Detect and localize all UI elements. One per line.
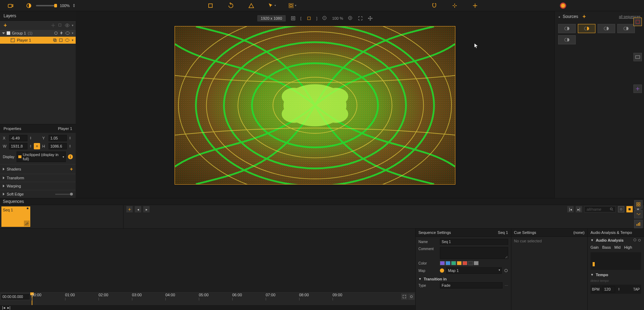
color-swatch[interactable] [440, 261, 445, 265]
source-thumb-2[interactable] [578, 24, 595, 33]
timeline-ruler[interactable]: 00:0001:0002:0003:0004:0005:0006:0007:00… [32, 293, 401, 305]
transition-section[interactable]: ▼Transition in [418, 276, 508, 282]
section-shaders[interactable]: Shaders + [0, 164, 76, 174]
color-swatch[interactable] [474, 261, 479, 265]
loop-icon[interactable] [54, 31, 58, 35]
eye-icon[interactable] [65, 38, 70, 42]
input-w[interactable] [9, 143, 27, 149]
skip-start-button[interactable]: |◂ [567, 206, 574, 212]
audio-toggle-icon[interactable] [633, 238, 636, 241]
prev-cue-button[interactable]: ◂ [135, 206, 141, 212]
map-settings-icon[interactable] [504, 268, 508, 273]
next-cue-button[interactable]: ▸ [143, 206, 150, 212]
duplicate-icon[interactable] [58, 23, 63, 28]
goto-end-button[interactable]: ▸| [7, 305, 11, 310]
zoom-fit-button[interactable] [401, 293, 408, 300]
cue-search[interactable]: all/name [584, 206, 616, 212]
opacity-slider[interactable] [36, 5, 57, 6]
layer-group-row[interactable]: Group 1 (1) ▾ [0, 30, 76, 37]
side-wave-icon[interactable] [634, 210, 643, 218]
seq-name-input[interactable] [440, 239, 508, 245]
info-icon[interactable]: i [68, 154, 73, 159]
fullscreen-icon[interactable] [358, 16, 363, 21]
pointer-icon[interactable]: ▾ [267, 1, 276, 10]
source-thumb-3[interactable] [598, 24, 615, 33]
seq-comment-input[interactable] [440, 247, 508, 259]
source-thumb-4[interactable] [617, 24, 635, 33]
display-select[interactable]: Unclipped (display in full) ▾ [17, 151, 66, 162]
duplicate-icon[interactable] [53, 38, 57, 42]
contrast-icon[interactable] [25, 1, 33, 10]
color-swatch[interactable] [457, 261, 462, 265]
input-x[interactable] [9, 135, 27, 141]
rec-a-button[interactable] [618, 206, 624, 212]
svg-point-33 [324, 88, 348, 105]
canvas-area: 1920 x 1080 [ ] 100 % [76, 11, 554, 198]
center-icon[interactable] [307, 16, 311, 21]
skip-end-button[interactable]: ▸| [576, 206, 582, 212]
section-transform[interactable]: Transform [0, 174, 76, 182]
sequence-tab-1[interactable]: Seq 1 [1, 206, 30, 227]
eye-icon[interactable] [65, 31, 70, 35]
map-indicator-icon [440, 268, 444, 273]
input-y[interactable] [49, 135, 67, 141]
edit-sequence-button[interactable] [24, 221, 30, 226]
source-thumb-5[interactable] [558, 35, 576, 44]
side-fx-icon[interactable] [633, 85, 642, 93]
detect-tempo[interactable]: detect tempo [588, 278, 644, 283]
color-swatch[interactable] [462, 261, 467, 265]
color-swatch[interactable] [446, 261, 450, 265]
magnet-icon[interactable] [430, 1, 438, 10]
lightning-icon[interactable] [60, 31, 63, 35]
add-shader-button[interactable]: + [70, 166, 73, 172]
time-display[interactable]: 00:00:00.000 [1, 293, 30, 300]
add-icon[interactable] [471, 1, 479, 10]
visibility-icon[interactable] [65, 23, 70, 28]
palette-icon[interactable] [559, 1, 567, 10]
triangle-icon[interactable] [247, 1, 255, 10]
add-seq-button[interactable]: + [126, 206, 133, 212]
snap-icon[interactable] [450, 1, 459, 10]
tap-button[interactable]: TAP [633, 287, 640, 291]
softedge-slider[interactable] [55, 194, 73, 195]
input-h[interactable] [49, 143, 67, 149]
band-label: Mid [614, 245, 621, 249]
side-output-icon[interactable] [633, 18, 642, 26]
side-bars-icon[interactable] [634, 220, 643, 228]
add-source-button[interactable]: + [581, 13, 587, 20]
layer-player-row[interactable]: Player 1 ▾ [0, 37, 76, 44]
fit-icon[interactable] [291, 16, 296, 21]
collapse-icon[interactable]: ◂ [558, 15, 560, 19]
rotate-icon[interactable] [227, 1, 235, 10]
color-swatch[interactable] [468, 261, 473, 265]
square-icon[interactable] [59, 38, 63, 42]
zoom-in-icon[interactable] [348, 16, 353, 21]
side-grid-icon[interactable] [634, 200, 643, 209]
bounding-icon[interactable]: ▾ [288, 1, 296, 10]
goto-start-button[interactable]: |◂ [2, 305, 5, 310]
section-warping[interactable]: Warping [0, 182, 76, 190]
add-layer-button[interactable]: + [2, 22, 8, 29]
source-thumb-1[interactable] [558, 24, 576, 33]
link-wh-button[interactable] [34, 143, 40, 149]
transition-type-select[interactable]: Fade [440, 282, 503, 289]
bpm-input[interactable] [602, 286, 615, 292]
settings-button[interactable] [408, 293, 415, 300]
collapse-icon[interactable] [51, 23, 56, 28]
preview-viewport[interactable] [175, 26, 455, 185]
expand-icon[interactable] [2, 32, 5, 34]
move-icon[interactable] [368, 16, 373, 21]
side-monitor-icon[interactable] [633, 53, 642, 61]
zoom-out-icon[interactable] [322, 16, 327, 21]
camera-icon[interactable] [6, 1, 15, 10]
crop-icon[interactable] [206, 1, 215, 10]
cue-empty-text: No cue selected [514, 239, 542, 243]
map-select[interactable]: Map 1▾ [446, 267, 502, 274]
color-swatch[interactable] [451, 261, 456, 265]
section-softedge[interactable]: Soft Edge [0, 190, 76, 198]
more-icon[interactable]: ⋯ [505, 284, 508, 287]
audio-settings-icon[interactable] [638, 238, 641, 242]
chevron-down-icon[interactable]: ▾ [72, 24, 74, 27]
rec-b-button[interactable] [626, 206, 633, 212]
band-label: High [624, 245, 632, 249]
